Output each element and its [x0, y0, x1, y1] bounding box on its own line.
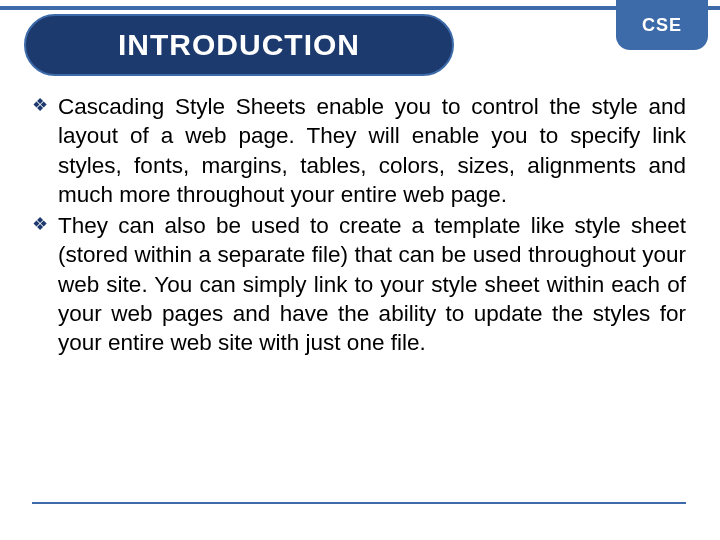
footer-divider: [32, 502, 686, 504]
slide-title-text: INTRODUCTION: [118, 28, 360, 62]
top-accent-stripe: [0, 6, 720, 10]
bullet-item: Cascading Style Sheets enable you to con…: [32, 92, 686, 209]
corner-badge-text: CSE: [642, 15, 682, 36]
corner-badge: CSE: [616, 0, 708, 50]
bullet-text: They can also be used to create a templa…: [58, 213, 686, 355]
bullet-text: Cascading Style Sheets enable you to con…: [58, 94, 686, 207]
slide-content: Cascading Style Sheets enable you to con…: [32, 92, 686, 359]
bullet-item: They can also be used to create a templa…: [32, 211, 686, 357]
slide-title-pill: INTRODUCTION: [24, 14, 454, 76]
